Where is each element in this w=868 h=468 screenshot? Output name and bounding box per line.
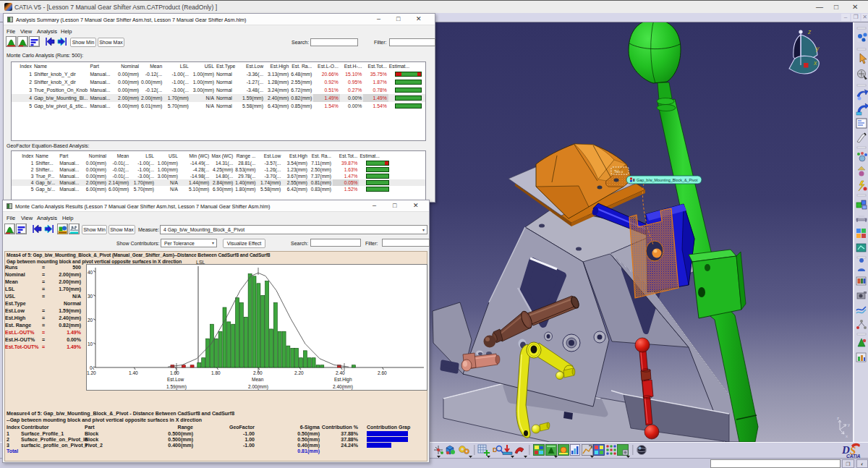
svg-text:2.00: 2.00 — [253, 370, 263, 375]
svg-text:y: y — [815, 45, 820, 52]
svg-text:Gap_b/w_Mounting_Block_&_Pivot: Gap_b/w_Mounting_Block_&_Pivot — [637, 178, 698, 182]
svg-text:2.40(mm): 2.40(mm) — [333, 384, 353, 390]
svg-text:y: y — [848, 422, 850, 427]
svg-text:2.20: 2.20 — [294, 370, 304, 375]
svg-text:2.00(mm): 2.00(mm) — [248, 384, 268, 390]
svg-text:Mean: Mean — [252, 377, 264, 382]
svg-text:1.40: 1.40 — [129, 370, 138, 375]
svg-text:30: 30 — [88, 294, 93, 299]
svg-text:z: z — [807, 28, 812, 35]
svg-text:x: x — [846, 434, 848, 438]
svg-text:2.40: 2.40 — [336, 370, 345, 375]
svg-text:x: x — [813, 59, 817, 67]
svg-text:40: 40 — [88, 270, 93, 275]
svg-text:Tab.u: Tab.u — [614, 169, 623, 174]
svg-text:1.59(mm): 1.59(mm) — [166, 384, 187, 390]
svg-text:z: z — [837, 416, 839, 420]
svg-text:1.60: 1.60 — [170, 370, 179, 375]
svg-text:1.20: 1.20 — [87, 370, 96, 375]
svg-text:1.80: 1.80 — [211, 370, 221, 375]
svg-text:10: 10 — [88, 341, 93, 346]
svg-text:0: 0 — [90, 365, 93, 370]
svg-text:20: 20 — [88, 318, 93, 323]
svg-text:Est.Low: Est.Low — [167, 377, 184, 382]
svg-text:2.60: 2.60 — [378, 370, 387, 375]
svg-text:Est.High: Est.High — [334, 377, 352, 383]
